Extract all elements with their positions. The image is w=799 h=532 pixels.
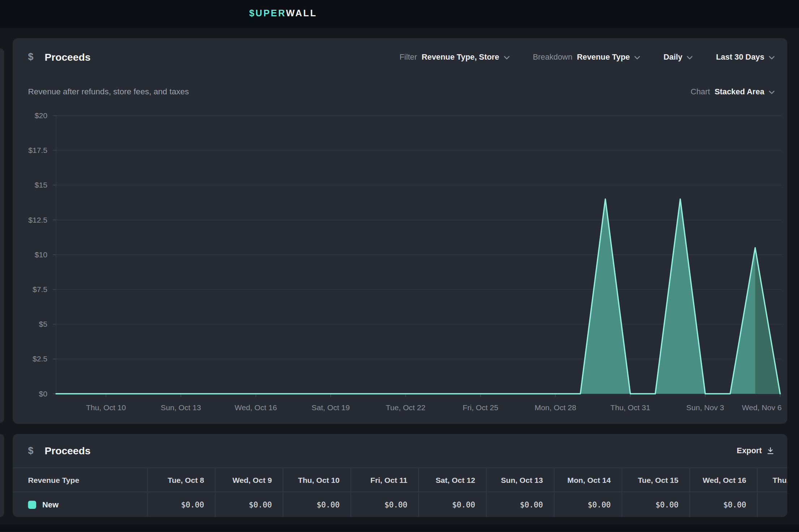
filter-dropdown[interactable]: Filter Revenue Type, Store [400, 52, 509, 61]
breakdown-value: Revenue Type [577, 52, 630, 61]
value-cell: $0.00 [418, 492, 486, 517]
value-cell: $0.00 [215, 492, 283, 517]
y-axis-label: $15 [35, 181, 47, 189]
column-header-date: Fri, Oct 11 [351, 468, 418, 492]
dollar-icon: $ [28, 445, 34, 456]
offscreen-card-edge [0, 48, 4, 423]
x-axis-label: Sun, Nov 3 [686, 403, 724, 412]
value-cell: $0.00 [283, 492, 350, 517]
table-header-row: Revenue TypeTue, Oct 8Wed, Oct 9Thu, Oct… [13, 468, 787, 492]
chart-card-subtitle: Revenue after refunds, store fees, and t… [28, 87, 189, 96]
column-header-date: Sun, Oct 13 [486, 468, 554, 492]
proceeds-chart-card: $0$2.5$5$7.5$10$12.5$15$17.5$20Thu, Oct … [13, 38, 787, 424]
breakdown-dropdown[interactable]: Breakdown Revenue Type [533, 52, 640, 61]
y-axis-label: $10 [35, 250, 47, 259]
x-axis-label: Mon, Oct 28 [535, 403, 576, 412]
chart-card-title: Proceeds [44, 51, 90, 63]
column-header-date: Mon, Oct 14 [554, 468, 621, 492]
chevron-down-icon [634, 56, 640, 59]
value-cell: $0.00 [351, 492, 418, 517]
chart-card-header: $ Proceeds Filter Revenue Type, Store Br… [28, 38, 775, 76]
column-header-date: Thu, Oct 17 [757, 468, 787, 492]
date-range-value: Last 30 Days [716, 52, 765, 61]
chart-type-label: Chart [691, 87, 710, 96]
granularity-value: Daily [663, 52, 682, 61]
superwall-logo[interactable]: $UPERWALL [249, 8, 317, 19]
proceeds-table-card: $ Proceeds Export Revenue TypeTue, Oct 8… [13, 434, 787, 517]
logo-rest: WALL [286, 8, 317, 18]
value-cell: $0.00 [621, 492, 689, 517]
chart-controls: Filter Revenue Type, Store Breakdown Rev… [400, 52, 774, 61]
bottom-strip [0, 525, 799, 532]
x-axis-label: Sat, Oct 19 [312, 403, 350, 412]
value-cell: $0.00 [147, 492, 215, 517]
y-axis-label: $17.5 [28, 146, 47, 154]
value-cell: $0.00 [689, 492, 757, 517]
y-axis-label: $12.5 [28, 216, 47, 224]
column-header-date: Sat, Oct 12 [418, 468, 486, 492]
column-header-date: Tue, Oct 15 [621, 468, 689, 492]
column-header-date: Wed, Oct 16 [689, 468, 757, 492]
x-axis-label: Sun, Oct 13 [161, 403, 201, 412]
x-axis-label: Thu, Oct 31 [610, 403, 650, 412]
chart-sub-row: Revenue after refunds, store fees, and t… [28, 87, 775, 96]
chevron-down-icon [687, 56, 693, 59]
area-fill [56, 199, 780, 394]
series-swatch-icon [28, 501, 37, 509]
column-header-date: Tue, Oct 8 [147, 468, 215, 492]
dollar-icon: $ [28, 51, 34, 63]
logo-accent: $UPER [249, 8, 286, 18]
chevron-down-icon [769, 56, 775, 59]
series-label: New [42, 500, 59, 509]
y-axis-label: $5 [39, 320, 48, 328]
column-header-date: Wed, Oct 9 [215, 468, 283, 492]
filter-value: Revenue Type, Store [422, 52, 499, 61]
y-axis-label: $0 [39, 390, 48, 398]
x-axis-label: Thu, Oct 10 [86, 403, 126, 412]
table-card-header: $ Proceeds Export [28, 434, 775, 468]
x-axis-label: Wed, Oct 16 [235, 403, 277, 412]
chevron-down-icon [769, 90, 775, 94]
value-cell: $0.00 [486, 492, 554, 517]
table-row: New$0.00$0.00$0.00$0.00$0.00$0.00$0.00$0… [13, 492, 787, 517]
download-icon [766, 447, 775, 455]
y-axis-label: $7.5 [33, 285, 47, 293]
chart-type-dropdown[interactable]: Chart Stacked Area [691, 87, 774, 96]
y-axis-label: $20 [35, 111, 47, 120]
breakdown-label: Breakdown [533, 52, 572, 61]
value-cell: $0.00 [757, 492, 787, 517]
chart-type-value: Stacked Area [714, 87, 764, 96]
y-axis-label: $2.5 [33, 355, 47, 363]
x-axis-label: Wed, Nov 6 [742, 403, 782, 412]
value-cell: $0.00 [554, 492, 621, 517]
x-axis-label: Fri, Oct 25 [463, 403, 499, 412]
date-range-dropdown[interactable]: Last 30 Days [716, 52, 775, 61]
superwall-dashboard: $UPERWALL $0$2.5$5$7.5$10$12.5$15$17.5$2… [0, 0, 799, 532]
granularity-dropdown[interactable]: Daily [663, 52, 692, 61]
chevron-down-icon [504, 56, 509, 59]
series-label-cell: New [13, 492, 147, 517]
top-bar: $UPERWALL [0, 0, 799, 28]
x-axis-label: Tue, Oct 22 [386, 403, 426, 412]
offscreen-card-edge [0, 434, 4, 517]
column-header-date: Thu, Oct 10 [283, 468, 350, 492]
export-label: Export [737, 446, 762, 455]
proceeds-table: Revenue TypeTue, Oct 8Wed, Oct 9Thu, Oct… [13, 468, 787, 517]
filter-label: Filter [400, 52, 417, 61]
export-button[interactable]: Export [737, 446, 774, 455]
column-header-revenue-type: Revenue Type [13, 468, 147, 492]
table-card-title: Proceeds [44, 445, 90, 456]
